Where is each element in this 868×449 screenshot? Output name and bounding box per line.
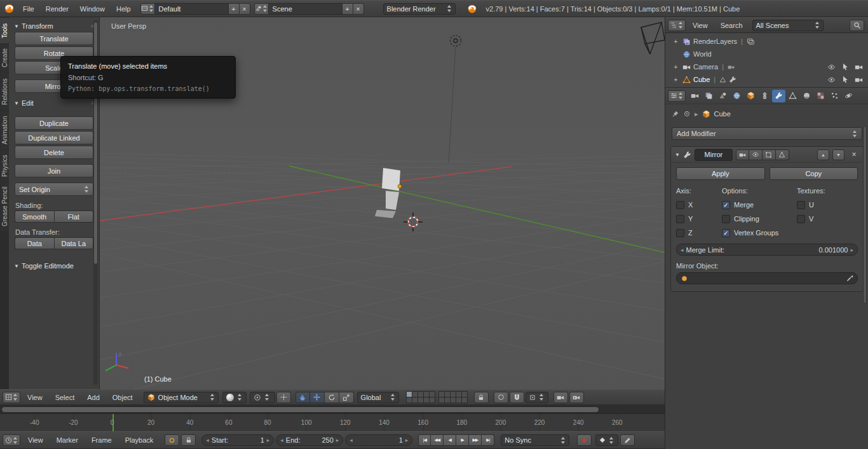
timeline-scrollbar-handle[interactable]: [1, 406, 599, 413]
menu-select[interactable]: Select: [50, 390, 81, 404]
snap-toggle-button[interactable]: [510, 392, 524, 403]
next-keyframe-button[interactable]: ▶▶: [469, 434, 482, 446]
layer-cell[interactable]: [418, 392, 423, 397]
outliner-row-camera[interactable]: + Camera |: [665, 60, 868, 73]
translate-button[interactable]: Translate: [15, 32, 93, 45]
viewport-shading-dropdown[interactable]: [222, 392, 247, 403]
tab-particles[interactable]: [828, 90, 841, 102]
renderability-camera-icon[interactable]: [855, 63, 863, 71]
increment-icon[interactable]: ▸: [405, 437, 409, 443]
delete-button[interactable]: Delete: [15, 146, 93, 159]
editor-type-selector-3dview[interactable]: [3, 392, 20, 403]
decrement-icon[interactable]: ◂: [280, 437, 283, 443]
data-layout-button[interactable]: Data La: [54, 237, 94, 249]
selectability-cursor-icon[interactable]: [841, 76, 849, 83]
editor-type-selector-properties[interactable]: [668, 90, 686, 102]
copy-button[interactable]: Copy: [770, 167, 858, 180]
screen-add-button[interactable]: +: [229, 3, 240, 15]
flat-button[interactable]: Flat: [54, 211, 94, 223]
menu-file[interactable]: File: [17, 1, 40, 17]
tab-modifiers[interactable]: [772, 90, 785, 102]
menu-help[interactable]: Help: [111, 1, 137, 17]
move-modifier-down-button[interactable]: ▼: [832, 149, 844, 160]
auto-keyframe-toggle[interactable]: [165, 434, 179, 446]
move-modifier-up-button[interactable]: ▲: [817, 149, 829, 160]
scene-browse-button[interactable]: [254, 3, 269, 15]
tab-animation[interactable]: Animation: [1, 111, 9, 149]
tab-tools[interactable]: Tools: [0, 18, 9, 43]
jump-to-start-button[interactable]: |◀: [418, 434, 431, 446]
layer-cell[interactable]: [445, 392, 450, 397]
layer-cell[interactable]: [439, 392, 444, 397]
increment-icon[interactable]: ▸: [336, 437, 339, 443]
layer-cell[interactable]: [439, 397, 444, 403]
jump-to-end-button[interactable]: ▶|: [482, 434, 494, 446]
current-frame-field[interactable]: ◂ 1 ▸: [345, 434, 412, 446]
render-engine-dropdown[interactable]: Blender Render: [383, 3, 456, 15]
translate-manipulator-button[interactable]: [310, 392, 325, 403]
outliner-filter-dropdown[interactable]: All Scenes: [752, 20, 824, 31]
screen-name-field[interactable]: Default: [155, 3, 229, 15]
tab-physics[interactable]: [842, 90, 855, 102]
insert-keyframe-button[interactable]: [620, 434, 635, 446]
outliner-item-label[interactable]: World: [693, 50, 712, 58]
selectability-cursor-icon[interactable]: [841, 63, 849, 71]
outliner-item-label[interactable]: Cube: [693, 76, 710, 83]
tab-constraints[interactable]: [758, 90, 771, 102]
breadcrumb-object-label[interactable]: Cube: [714, 110, 731, 118]
decrement-icon[interactable]: ◂: [206, 437, 209, 443]
checkbox-axis-x[interactable]: ✓ X: [676, 198, 722, 212]
expand-icon[interactable]: +: [672, 64, 680, 71]
outliner-item-label[interactable]: Camera: [693, 63, 718, 71]
join-button[interactable]: Join: [15, 164, 93, 177]
layer-cell[interactable]: [412, 397, 417, 403]
play-reverse-button[interactable]: ◀: [444, 434, 456, 446]
layer-cell[interactable]: [445, 397, 450, 403]
display-cage-toggle[interactable]: [776, 149, 789, 160]
rotate-manipulator-button[interactable]: [325, 392, 339, 403]
visibility-eye-icon[interactable]: [827, 76, 836, 84]
play-button[interactable]: ▶: [456, 434, 469, 446]
layer-cell[interactable]: [418, 397, 423, 403]
layer-cell[interactable]: [412, 392, 417, 397]
layer-cell[interactable]: [451, 392, 456, 397]
mode-dropdown[interactable]: Object Mode: [144, 392, 219, 403]
tab-data[interactable]: [786, 90, 799, 102]
scene-add-button[interactable]: +: [342, 3, 353, 15]
delete-modifier-button[interactable]: ×: [849, 150, 859, 159]
menu-window[interactable]: Window: [74, 1, 111, 17]
renderability-camera-icon[interactable]: [855, 76, 863, 84]
menu-render[interactable]: Render: [40, 1, 74, 17]
manipulator-toggle-button[interactable]: [295, 392, 310, 403]
layer-cell[interactable]: [462, 392, 467, 397]
editor-type-selector-timeline[interactable]: [3, 434, 20, 446]
prev-keyframe-button[interactable]: ◀◀: [431, 434, 444, 446]
layer-cell[interactable]: [451, 397, 456, 403]
apply-button[interactable]: Apply: [676, 167, 765, 180]
menu-object[interactable]: Object: [107, 390, 139, 404]
menu-marker[interactable]: Marker: [51, 432, 84, 448]
display-editmode-toggle[interactable]: [763, 149, 776, 160]
scale-manipulator-button[interactable]: [339, 392, 354, 403]
tab-object[interactable]: [744, 90, 757, 102]
display-realtime-toggle[interactable]: [749, 149, 763, 160]
scene-name-field[interactable]: Scene: [269, 3, 342, 15]
duplicate-button[interactable]: Duplicate: [15, 116, 93, 130]
checkbox-vertex-groups[interactable]: ✓ Vertex Groups: [722, 226, 797, 240]
outliner-row-renderlayers[interactable]: + RenderLayers |: [665, 35, 868, 48]
layer-cell[interactable]: [407, 397, 412, 403]
sync-dropdown[interactable]: No Sync: [501, 434, 569, 446]
tab-grease-pencil[interactable]: Grease Pencil: [1, 183, 9, 231]
screen-close-button[interactable]: ×: [240, 3, 250, 15]
tab-texture[interactable]: [814, 90, 827, 102]
layer-cell[interactable]: [456, 397, 461, 403]
tab-scene[interactable]: [716, 90, 729, 102]
tab-world[interactable]: [730, 90, 743, 102]
checkbox-clipping[interactable]: ✓ Clipping: [722, 212, 797, 226]
visibility-eye-icon[interactable]: [827, 63, 836, 71]
transform-orientation-dropdown[interactable]: Global: [357, 392, 399, 403]
expand-icon[interactable]: +: [672, 38, 680, 45]
pivot-align-toggle[interactable]: [276, 392, 291, 403]
screen-browse-button[interactable]: [140, 3, 155, 15]
collapse-icon[interactable]: ▼: [675, 152, 680, 158]
